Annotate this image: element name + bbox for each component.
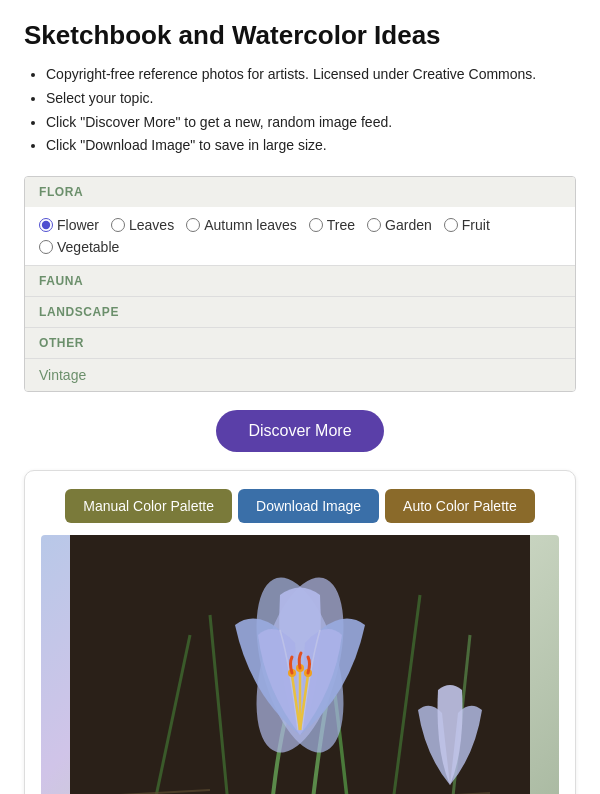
category-table: FLORA Flower Leaves Autumn leaves Tree G… <box>24 176 576 392</box>
instruction-list: Copyright-free reference photos for arti… <box>24 63 576 158</box>
page-title: Sketchbook and Watercolor Ideas <box>24 20 576 51</box>
landscape-row: LANDSCAPE <box>25 297 575 328</box>
fauna-header: FAUNA <box>25 266 575 296</box>
vintage-header: Vintage <box>25 359 575 391</box>
bullet-4: Click "Download Image" to save in large … <box>46 134 576 158</box>
flora-option-autumn[interactable]: Autumn leaves <box>186 217 297 233</box>
flora-option-garden[interactable]: Garden <box>367 217 432 233</box>
vintage-row: Vintage <box>25 359 575 391</box>
download-image-button[interactable]: Download Image <box>238 489 379 523</box>
other-row: OTHER <box>25 328 575 359</box>
bullet-1: Copyright-free reference photos for arti… <box>46 63 576 87</box>
bullet-2: Select your topic. <box>46 87 576 111</box>
fauna-row: FAUNA <box>25 266 575 297</box>
image-card: Manual Color Palette Download Image Auto… <box>24 470 576 794</box>
discover-more-button[interactable]: Discover More <box>216 410 383 452</box>
flora-option-fruit[interactable]: Fruit <box>444 217 490 233</box>
bullet-3: Click "Discover More" to get a new, rand… <box>46 111 576 135</box>
auto-color-palette-button[interactable]: Auto Color Palette <box>385 489 535 523</box>
flora-header: FLORA <box>25 177 575 207</box>
flora-option-leaves[interactable]: Leaves <box>111 217 174 233</box>
landscape-header: LANDSCAPE <box>25 297 575 327</box>
other-header: OTHER <box>25 328 575 358</box>
flora-row: FLORA Flower Leaves Autumn leaves Tree G… <box>25 177 575 266</box>
flora-option-vegetable[interactable]: Vegetable <box>39 239 119 255</box>
flora-options: Flower Leaves Autumn leaves Tree Garden … <box>25 207 575 265</box>
image-card-buttons: Manual Color Palette Download Image Auto… <box>41 489 559 523</box>
manual-color-palette-button[interactable]: Manual Color Palette <box>65 489 232 523</box>
flora-option-tree[interactable]: Tree <box>309 217 355 233</box>
flower-image <box>41 535 559 794</box>
discover-btn-wrap: Discover More <box>24 410 576 452</box>
flora-option-flower[interactable]: Flower <box>39 217 99 233</box>
